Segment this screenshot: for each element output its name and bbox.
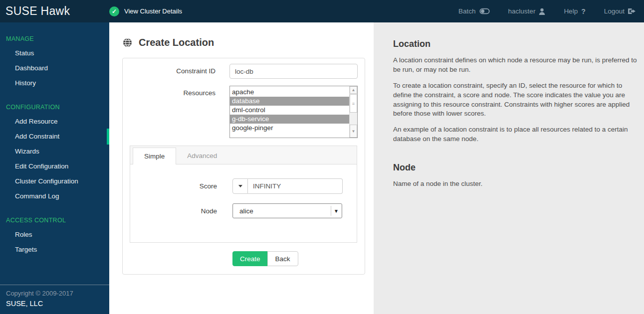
tab-strip: Simple Advanced (130, 146, 357, 164)
constraint-tabs-panel: Simple Advanced Score Node alice (130, 146, 357, 243)
caret-down-icon (238, 185, 242, 187)
resources-scrollbar[interactable]: ▲ ≡ ▼ (349, 86, 357, 138)
cluster-status-label: View Cluster Details (124, 7, 182, 15)
sidebar-section-configuration: CONFIGURATION Add Resource Add Constrain… (0, 104, 109, 204)
sidebar-item-roles[interactable]: Roles (0, 227, 109, 242)
sidebar-section-access-control: ACCESS CONTROL Roles Targets (0, 217, 109, 257)
check-circle-icon: ✓ (109, 6, 119, 16)
resources-label: Resources (130, 86, 215, 138)
sidebar-item-add-resource[interactable]: Add Resource (0, 114, 109, 129)
globe-icon (123, 38, 132, 47)
copyright-text: Copyright © 2009-2017 (6, 290, 103, 297)
help-paragraph: An example of a location constraint is t… (393, 125, 640, 144)
sidebar-item-edit-configuration[interactable]: Edit Configuration (0, 159, 109, 174)
resource-option[interactable]: google-pinger (230, 124, 349, 133)
logout-button[interactable]: Logout (604, 7, 636, 15)
sidebar-item-history[interactable]: History (0, 76, 109, 91)
back-button[interactable]: Back (267, 251, 298, 266)
resource-option[interactable]: g-db-service (230, 115, 349, 124)
constraint-id-label: Constraint ID (130, 64, 215, 79)
help-menu[interactable]: Help ? (564, 7, 585, 15)
user-menu[interactable]: hacluster (508, 7, 546, 15)
help-icon: ? (581, 7, 586, 15)
sidebar-item-cluster-configuration[interactable]: Cluster Configuration (0, 174, 109, 189)
tab-advanced[interactable]: Advanced (176, 148, 228, 164)
scrollbar-down-button[interactable]: ▼ (350, 125, 357, 138)
node-label: Node (130, 203, 217, 219)
score-field-group (232, 178, 343, 194)
help-panel: Location A location constraint defines o… (374, 22, 644, 314)
page-title-text: Create Location (139, 37, 214, 48)
sidebar-item-command-log[interactable]: Command Log (0, 189, 109, 204)
scrollbar-up-button[interactable]: ▲ (350, 86, 357, 94)
help-paragraph: A location constraint defines on which n… (393, 56, 640, 75)
create-button[interactable]: Create (232, 251, 268, 266)
logout-label: Logout (604, 7, 625, 15)
resources-option-list: apache database dml-control g-db-service… (230, 86, 349, 138)
header-nav: Batch hacluster Help ? Logout (458, 7, 644, 15)
sidebar-section-title: MANAGE (0, 35, 109, 46)
help-label: Help (564, 7, 578, 15)
sidebar-item-status[interactable]: Status (0, 46, 109, 61)
sidebar-item-dashboard[interactable]: Dashboard (0, 61, 109, 76)
sidebar-item-add-constraint[interactable]: Add Constraint (0, 129, 109, 144)
help-node-title: Node (393, 162, 632, 173)
score-input[interactable] (248, 178, 343, 194)
batch-button[interactable]: Batch (458, 7, 490, 15)
sidebar-footer: Copyright © 2009-2017 SUSE, LLC (0, 285, 109, 314)
page-title: Create Location (123, 37, 374, 48)
logout-icon (628, 8, 636, 14)
batch-label: Batch (458, 7, 476, 15)
sidebar-item-targets[interactable]: Targets (0, 242, 109, 257)
tab-simple[interactable]: Simple (133, 148, 176, 164)
help-node-text: Name of a node in the cluster. (393, 179, 640, 189)
constraint-form-card: Constraint ID Resources apache database … (122, 58, 365, 275)
app-header: SUSE Hawk ✓ View Cluster Details Batch h… (0, 0, 644, 22)
sidebar: MANAGE Status Dashboard History CONFIGUR… (0, 22, 109, 314)
score-dropdown-button[interactable] (232, 178, 248, 194)
user-icon (539, 8, 545, 15)
username-label: hacluster (508, 7, 536, 15)
help-location-title: Location (393, 39, 632, 49)
sidebar-section-title: ACCESS CONTROL (0, 217, 109, 227)
form-actions: Create Back (232, 251, 358, 266)
resource-option[interactable]: apache (230, 88, 349, 97)
node-select-value: alice (239, 207, 253, 215)
toggle-icon (479, 8, 490, 14)
scrollbar-thumb[interactable]: ≡ (350, 94, 357, 113)
caret-down-icon: ▼ (331, 206, 342, 216)
node-select[interactable]: alice ▼ (232, 203, 342, 218)
score-label: Score (130, 178, 217, 194)
tab-content-simple: Score Node alice ▼ (130, 164, 357, 219)
company-name: SUSE, LLC (6, 300, 103, 308)
sidebar-item-wizards[interactable]: Wizards (0, 144, 109, 159)
sidebar-section-title: CONFIGURATION (0, 104, 109, 114)
resource-option[interactable]: database (230, 97, 349, 106)
cluster-status-link[interactable]: ✓ View Cluster Details (109, 6, 182, 16)
main-content: Create Location Constraint ID Resources … (109, 22, 374, 314)
constraint-id-input[interactable] (229, 64, 358, 79)
resource-option[interactable]: dml-control (230, 106, 349, 115)
sidebar-section-manage: MANAGE Status Dashboard History (0, 35, 109, 91)
resources-select[interactable]: apache database dml-control g-db-service… (229, 86, 358, 138)
brand-logo[interactable]: SUSE Hawk (0, 4, 109, 18)
help-paragraph: To create a location constraint, specify… (393, 81, 640, 119)
